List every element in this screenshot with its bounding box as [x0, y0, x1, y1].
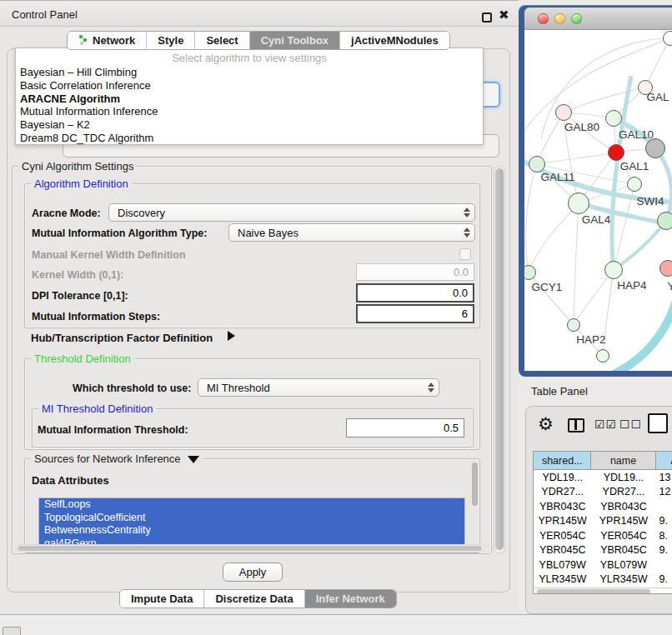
- cell-value: 8.: [656, 528, 672, 543]
- table-row[interactable]: YDL19... YDL19... 13: [534, 470, 672, 485]
- network-node-right-pink[interactable]: [659, 260, 672, 277]
- document-icon[interactable]: [648, 413, 668, 433]
- collapse-arrow-icon[interactable]: [188, 456, 199, 463]
- network-node-SWI4[interactable]: [627, 177, 642, 192]
- column-header-shared-name[interactable]: shared...: [534, 452, 591, 469]
- combo-arrows-icon: [459, 208, 474, 218]
- cell-shared-name: YDL19...: [534, 470, 591, 485]
- table-row[interactable]: YBL079W YBL079W: [534, 558, 672, 572]
- network-node-gray-node[interactable]: [645, 138, 665, 158]
- network-node-label: GAL11: [540, 171, 574, 183]
- network-view-window[interactable]: GALGAL80GAL10GAL1GAL11SWI4GAL4GCY1HAP4YH…: [519, 5, 672, 377]
- tab[interactable]: Select: [195, 32, 249, 49]
- mi-steps-input[interactable]: 6: [356, 304, 474, 323]
- algorithm-option[interactable]: Dream8 DC_TDC Algorithm: [16, 132, 483, 145]
- network-node-label: GAL: [646, 91, 669, 103]
- close-icon[interactable]: ✖: [499, 8, 509, 22]
- float-window-icon[interactable]: [482, 12, 492, 22]
- table-row[interactable]: YBR045C YBR045C 9.: [534, 543, 672, 558]
- zoom-traffic-icon[interactable]: [571, 13, 582, 24]
- algorithm-option[interactable]: Basic Correlation Inference: [16, 79, 483, 92]
- cell-shared-name: YER054C: [534, 528, 591, 543]
- algorithm-option[interactable]: Mutual Information Inference: [16, 105, 483, 118]
- algorithm-option[interactable]: Bayesian – K2: [16, 118, 483, 132]
- select-all-checkboxes-icon[interactable]: ☑☑: [594, 418, 617, 431]
- network-canvas[interactable]: GALGAL80GAL10GAL1GAL11SWI4GAL4GCY1HAP4YH…: [524, 30, 672, 371]
- network-node-right-green[interactable]: [657, 212, 672, 230]
- control-panel-titlebar: Control Panel ✖: [0, 2, 519, 27]
- algorithm-option[interactable]: ARACNE Algorithm: [16, 92, 483, 106]
- tab[interactable]: Network: [68, 32, 147, 49]
- data-attributes-list[interactable]: SelfLoops TopologicalCoefficient Between…: [38, 498, 465, 549]
- expand-arrow-icon[interactable]: [228, 331, 235, 341]
- table-row[interactable]: YER054C YER054C 8.: [534, 528, 672, 543]
- cell-name: YBR043C: [591, 499, 655, 514]
- network-node-GAL10[interactable]: [605, 110, 622, 127]
- network-node-label: Y: [667, 280, 672, 292]
- cell-value: [656, 499, 672, 514]
- settings-vertical-scrollbar[interactable]: [494, 166, 505, 554]
- mi-type-label: Mutual Information Algorithm Type:: [32, 228, 207, 239]
- network-node-HAP4[interactable]: [604, 261, 623, 279]
- sources-group: Sources for Network Inference Data Attri…: [24, 458, 480, 553]
- combo-arrows-icon: [424, 382, 439, 392]
- mi-threshold-input[interactable]: 0.5: [346, 418, 464, 438]
- tab[interactable]: Discretize Data: [204, 590, 304, 608]
- table-row[interactable]: YPR145W YPR145W 9.: [534, 514, 672, 529]
- table-rows: YDL19... YDL19... 13 YDR27... YDR27... 1…: [534, 470, 672, 588]
- clear-all-checkboxes-icon[interactable]: ☐☐: [619, 418, 642, 431]
- cyni-algorithm-settings-group: Cyni Algorithm Settings Algorithm Defini…: [12, 166, 492, 554]
- network-node-GAL1[interactable]: [608, 144, 624, 161]
- apply-button[interactable]: Apply: [223, 562, 283, 582]
- gear-icon[interactable]: ⚙: [538, 414, 554, 434]
- mi-threshold-title: MI Threshold Definition: [38, 402, 156, 415]
- cell-name: YER054C: [591, 528, 655, 543]
- table-horizontal-scrollbar[interactable]: [534, 588, 672, 594]
- algorithm-dropdown-list: Bayesian – Hill Climbing Basic Correlati…: [16, 66, 483, 145]
- dpi-tolerance-input[interactable]: 0.0: [356, 283, 474, 302]
- minimize-traffic-icon[interactable]: [554, 13, 565, 24]
- attribute-item[interactable]: SelfLoops: [39, 498, 464, 512]
- data-attributes-label: Data Attributes: [32, 474, 109, 487]
- kernel-width-input[interactable]: 0.0: [356, 263, 474, 281]
- columns-icon[interactable]: [568, 418, 584, 432]
- algorithm-dropdown-popup: Select algorithm to view settings Bayesi…: [15, 48, 484, 145]
- column-header-partial[interactable]: A: [656, 452, 672, 469]
- tab[interactable]: Style: [147, 32, 195, 49]
- attribute-item[interactable]: BetweennessCentrality: [39, 524, 464, 538]
- dpi-tolerance-label: DPI Tolerance [0,1]:: [32, 290, 128, 302]
- network-node-top-partial[interactable]: [663, 31, 672, 46]
- network-node-GAL4[interactable]: [568, 192, 589, 214]
- column-header-name[interactable]: name: [591, 452, 655, 469]
- manual-kernel-checkbox[interactable]: [459, 248, 471, 260]
- table-row[interactable]: YLR345W YLR345W 9.: [534, 572, 672, 588]
- network-window-titlebar[interactable]: [524, 8, 672, 30]
- network-node-GAL11[interactable]: [529, 156, 545, 172]
- aracne-mode-combo[interactable]: Discovery: [108, 203, 475, 222]
- network-node-bottom-partial[interactable]: [596, 349, 609, 362]
- network-node-GAL80[interactable]: [555, 104, 572, 121]
- cell-value: 9.: [656, 514, 672, 529]
- algorithm-option[interactable]: Bayesian – Hill Climbing: [16, 66, 483, 79]
- cell-shared-name: YBR043C: [534, 499, 591, 514]
- network-node-HAP2[interactable]: [567, 318, 580, 332]
- network-node-label: HAP2: [576, 333, 605, 346]
- tab[interactable]: Infer Network: [305, 590, 396, 608]
- control-panel: Control Panel ✖: [0, 0, 519, 614]
- tab[interactable]: jActiveMNodules: [340, 32, 449, 49]
- tab[interactable]: Cyni Toolbox: [250, 32, 340, 49]
- tab[interactable]: Impute Data: [120, 590, 204, 608]
- table-row[interactable]: YDR27... YDR27... 12: [534, 485, 672, 500]
- attribute-item[interactable]: TopologicalCoefficient: [39, 512, 464, 525]
- attributes-scrollbar[interactable]: [472, 462, 478, 506]
- table-row[interactable]: YBR043C YBR043C: [534, 499, 672, 514]
- cyni-group-title: Cyni Algorithm Settings: [18, 160, 137, 172]
- mi-type-combo[interactable]: Naive Bayes: [228, 223, 475, 242]
- settings-horizontal-scrollbar[interactable]: [17, 544, 485, 552]
- bottom-left-mini-button[interactable]: [3, 627, 21, 635]
- cell-shared-name: YLR345W: [534, 572, 591, 588]
- close-traffic-icon[interactable]: [538, 13, 549, 24]
- algorithm-definition-title: Algorithm Definition: [31, 178, 132, 190]
- cell-value: 13: [656, 470, 672, 485]
- which-threshold-combo[interactable]: MI Threshold: [198, 378, 439, 397]
